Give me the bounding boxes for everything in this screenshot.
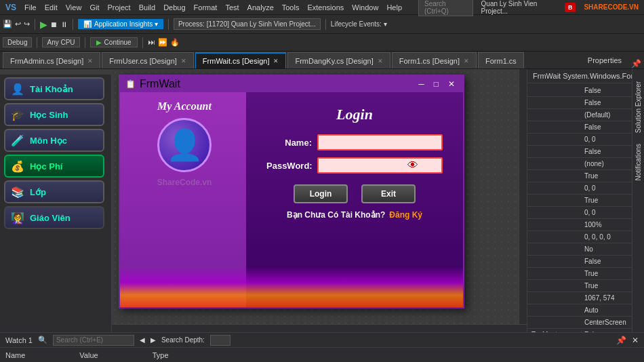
toolbar-btn-redo[interactable]: ↪ bbox=[24, 20, 30, 28]
winform-titlebar[interactable]: 📋 FrmWait ─ □ ✕ bbox=[120, 76, 463, 92]
tab-form1design-close[interactable]: ✕ bbox=[464, 58, 469, 64]
password-wrapper: 👁 bbox=[317, 157, 443, 174]
toolbar-btn-undo[interactable]: ↩ bbox=[15, 20, 21, 28]
prop-row: False bbox=[527, 146, 632, 158]
tab-frmwait[interactable]: FrmWait.cs [Design] ✕ bbox=[195, 52, 287, 68]
nav-btn-fee[interactable]: 💰 Học Phí bbox=[4, 155, 104, 178]
process-label[interactable]: Process: [11720] Quan Ly Sinh Vien Proje… bbox=[174, 18, 321, 30]
nav-btn-student[interactable]: 🎓 Học Sinh bbox=[4, 103, 104, 126]
solution-explorer-tab[interactable]: Solution Explorer bbox=[633, 76, 643, 138]
menu-window[interactable]: Window bbox=[352, 3, 378, 12]
nav-btn-subject-label: Môn Học bbox=[30, 136, 67, 146]
nav-btn-class[interactable]: 📚 Lớp bbox=[4, 180, 104, 203]
login-btn-row: Login Exit bbox=[294, 184, 416, 203]
watch-label: Watch 1 bbox=[5, 336, 33, 344]
username-input[interactable] bbox=[317, 134, 443, 150]
winform-icon: 📋 bbox=[125, 79, 136, 89]
account-watermark: ShareCode.vn bbox=[120, 178, 249, 187]
col-type: Type bbox=[153, 351, 169, 359]
register-link[interactable]: Đăng Ký bbox=[389, 210, 422, 220]
col-name: Name bbox=[5, 351, 25, 359]
watch-search-input[interactable] bbox=[53, 335, 134, 346]
tab-frmdangky-close[interactable]: ✕ bbox=[378, 58, 383, 64]
notifications-tab[interactable]: Notifications bbox=[635, 144, 642, 180]
search-box[interactable]: Search (Ctrl+Q) bbox=[418, 0, 473, 16]
prop-row: False bbox=[527, 97, 632, 109]
menu-git[interactable]: Git bbox=[89, 3, 99, 12]
winform-window: 📋 FrmWait ─ □ ✕ ShareCode.vn ShareCode.v… bbox=[119, 75, 464, 308]
winform-maximize[interactable]: □ bbox=[431, 79, 441, 89]
menu-test[interactable]: Test bbox=[225, 3, 239, 12]
login-button[interactable]: Login bbox=[294, 184, 348, 203]
prop-row: 0, 0 bbox=[527, 207, 632, 219]
login-title: Login bbox=[336, 106, 373, 123]
any-cpu-label[interactable]: Any CPU bbox=[42, 37, 79, 47]
tab-form1[interactable]: Form1.cs bbox=[478, 52, 524, 68]
subject-icon: 🧪 bbox=[11, 134, 24, 147]
menu-view[interactable]: View bbox=[66, 3, 82, 12]
tab-frmuser-close[interactable]: ✕ bbox=[181, 58, 186, 64]
menu-help[interactable]: Help bbox=[386, 3, 402, 12]
designer-hscroll[interactable] bbox=[112, 324, 527, 332]
app-insights-button[interactable]: 📊 Application Insights ▾ bbox=[78, 19, 163, 29]
tab-frmwait-label: FrmWait.cs [Design] bbox=[203, 57, 270, 65]
toolbar-btn-stop[interactable]: ⏹ bbox=[50, 20, 58, 28]
teacher-icon: 👩‍🏫 bbox=[11, 212, 24, 224]
tab-frmadmin-close[interactable]: ✕ bbox=[87, 58, 93, 64]
props-pin-icon[interactable]: 📌 bbox=[628, 59, 644, 68]
nav-btn-account[interactable]: 👤 Tài Khoản bbox=[4, 77, 104, 100]
menu-analyze[interactable]: Analyze bbox=[247, 3, 274, 12]
nav-btn-student-label: Học Sinh bbox=[30, 110, 68, 120]
tab-frmadmin-label: FrmAdmin.cs [Design] bbox=[10, 57, 83, 65]
toolbar-btn-pause[interactable]: ⏸ bbox=[60, 20, 68, 28]
sharecode-brand: SHARECODE.VN bbox=[584, 3, 639, 11]
tab-frmdangky[interactable]: FrmDangKy.cs [Design] ✕ bbox=[287, 52, 390, 68]
toolbar-btn-run[interactable]: ▶ bbox=[40, 19, 47, 30]
nav-btn-class-label: Lớp bbox=[30, 187, 46, 197]
exit-button[interactable]: Exit bbox=[361, 184, 416, 203]
nav-btn-subject[interactable]: 🧪 Môn Học bbox=[4, 129, 104, 152]
watch-close-icon[interactable]: ✕ bbox=[632, 336, 639, 345]
watch-pin-icon[interactable]: 📌 bbox=[616, 336, 626, 345]
watch-nav-fwd[interactable]: ▶ bbox=[150, 336, 156, 344]
nav-btn-teacher[interactable]: 👩‍🏫 Giáo Viên bbox=[4, 206, 104, 229]
watch-nav-back[interactable]: ◀ bbox=[140, 336, 145, 344]
continue-btn[interactable]: ▶ Continue bbox=[90, 37, 138, 47]
menu-file[interactable]: File bbox=[24, 3, 37, 12]
tab-frmdangky-label: FrmDangKy.cs [Design] bbox=[295, 57, 373, 65]
winform-close[interactable]: ✕ bbox=[445, 79, 458, 89]
app-insights-label: Application Insights ▾ bbox=[94, 20, 158, 28]
eye-icon[interactable]: 👁 bbox=[407, 159, 418, 172]
menu-format[interactable]: Format bbox=[194, 3, 218, 12]
tab-bar: FrmAdmin.cs [Design] ✕ FrmUser.cs [Desig… bbox=[0, 52, 644, 69]
form-designer[interactable]: 📋 FrmWait ─ □ ✕ ShareCode.vn ShareCode.v… bbox=[112, 69, 527, 332]
lifecycle-label[interactable]: Lifecycle Events: ▾ bbox=[331, 20, 387, 28]
winform-minimize[interactable]: ─ bbox=[416, 79, 427, 89]
right-panel: Solution Explorer Notifications bbox=[632, 69, 644, 332]
menu-build[interactable]: Build bbox=[139, 3, 155, 12]
avatar-icon: 👤 bbox=[166, 127, 203, 163]
tab-frmwait-close[interactable]: ✕ bbox=[273, 58, 279, 64]
menu-tools[interactable]: Tools bbox=[282, 3, 300, 12]
nav-btn-teacher-label: Giáo Viên bbox=[30, 213, 71, 223]
prop-row: 0, 0 bbox=[527, 182, 632, 195]
menu-project[interactable]: Project bbox=[107, 3, 130, 12]
prop-row: False bbox=[527, 85, 632, 97]
class-icon: 📚 bbox=[11, 186, 24, 199]
tab-frmadmin[interactable]: FrmAdmin.cs [Design] ✕ bbox=[3, 52, 100, 68]
tab-frmuser[interactable]: FrmUser.cs [Design] ✕ bbox=[102, 52, 194, 68]
designer-vscroll[interactable] bbox=[519, 69, 527, 332]
properties-tab-label: Properties bbox=[581, 56, 628, 64]
menu-extensions[interactable]: Extensions bbox=[307, 3, 344, 12]
watch-depth-label: Search Depth: bbox=[161, 336, 205, 344]
menu-debug[interactable]: Debug bbox=[163, 3, 185, 12]
col-value: Value bbox=[79, 351, 98, 359]
app-insights-icon: 📊 bbox=[83, 20, 92, 28]
watch-depth-input[interactable] bbox=[210, 335, 230, 346]
col-headers: Name Value Type bbox=[0, 347, 644, 362]
menu-edit[interactable]: Edit bbox=[45, 3, 58, 12]
tab-form1design[interactable]: Form1.cs [Design] ✕ bbox=[392, 52, 477, 68]
toolbar-btn-save[interactable]: 💾 bbox=[3, 20, 12, 28]
register-row: Bạn Chưa Có Tài Khoản? Đăng Ký bbox=[287, 210, 422, 220]
password-input[interactable] bbox=[317, 157, 443, 174]
